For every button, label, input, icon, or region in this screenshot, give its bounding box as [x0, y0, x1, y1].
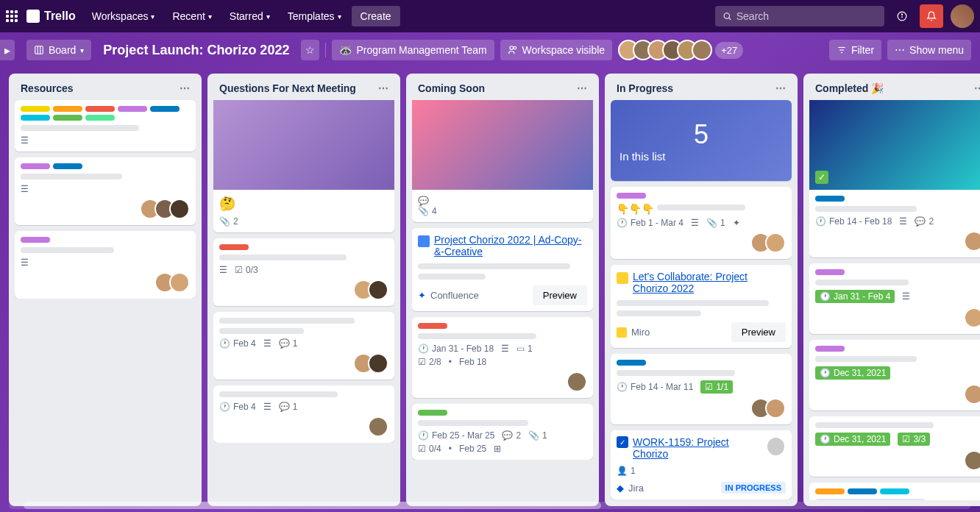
- trello-icon: ⊞: [494, 444, 501, 454]
- svg-point-4: [901, 14, 902, 15]
- card[interactable]: 🕐 Jan 31 - Feb 18☰▭ 1 ☑ 2/8•Feb 18: [412, 317, 593, 398]
- description-icon: ☰: [21, 257, 29, 268]
- card[interactable]: 🕐 Jan 31 - Feb 4☰: [809, 263, 980, 334]
- preview-button[interactable]: Preview: [533, 285, 587, 305]
- list-title[interactable]: Coming Soon: [418, 82, 485, 94]
- card-link-title[interactable]: Project Chorizo 2022 | Ad-Copy-&-Creativ…: [434, 234, 587, 257]
- boardbar: ▸ Board▾ Project Launch: Chorizo 2022 ☆ …: [0, 32, 980, 68]
- search-input[interactable]: [736, 10, 877, 22]
- nav-recent[interactable]: Recent▾: [165, 6, 219, 26]
- people-icon: [508, 45, 518, 55]
- card[interactable]: 🤔 📎 2: [213, 100, 394, 232]
- comments-badge: 💬 1: [279, 338, 298, 349]
- trello-icon: [26, 10, 40, 23]
- card-link-title[interactable]: WORK-1159: Project Chorizo: [633, 436, 761, 460]
- card[interactable]: Project Chorizo 2022 | Ad-Copy-&-Creativ…: [412, 228, 593, 311]
- card-cover: [213, 100, 394, 190]
- card[interactable]: 🕐 Feb 25 - Mar 25💬 2📎 1 ☑ 0/4•Feb 25⊞: [412, 404, 593, 460]
- card[interactable]: 🕐 Feb 4☰💬 1: [213, 385, 394, 443]
- svg-point-8: [510, 46, 514, 50]
- status-badge: IN PROGRESS: [721, 482, 786, 494]
- user-avatar[interactable]: [951, 4, 974, 28]
- attachment-badge: 📎 4: [418, 206, 437, 216]
- svg-rect-5: [35, 46, 43, 54]
- list-title[interactable]: Resources: [21, 82, 74, 94]
- card[interactable]: ☰: [15, 157, 196, 225]
- card[interactable]: 👇👇👇 🕐 Feb 1 - Mar 4☰📎 1✦: [611, 187, 792, 259]
- card[interactable]: ✓ WORK-1159: Project Chorizo 👤 1 ◆Jira I…: [611, 430, 792, 499]
- description-icon: ☰: [21, 135, 29, 146]
- trello-logo[interactable]: Trello: [26, 10, 76, 23]
- list-title[interactable]: Questions For Next Meeting: [219, 82, 356, 94]
- notifications-icon[interactable]: [920, 4, 943, 28]
- apps-switcher-icon[interactable]: [6, 10, 18, 22]
- nav-templates[interactable]: Templates▾: [280, 6, 349, 26]
- card[interactable]: 🕐 Dec 31, 2021: [809, 340, 980, 410]
- card-stats[interactable]: 5 In this list: [611, 100, 792, 181]
- list-title[interactable]: In Progress: [617, 82, 673, 94]
- list-resources: Resources⋯ ☰ ☰ ☰: [9, 74, 202, 506]
- date-badge: 🕐 Feb 4: [219, 338, 256, 349]
- card[interactable]: 💬 📎 4: [412, 100, 593, 222]
- horizontal-scrollbar[interactable]: [9, 502, 971, 509]
- list-menu-icon[interactable]: ⋯: [974, 82, 980, 94]
- svg-point-9: [514, 46, 516, 49]
- preview-button[interactable]: Preview: [731, 322, 786, 342]
- list-coming-soon: Coming Soon⋯ 💬 📎 4 Project Chorizo 2022 …: [406, 74, 599, 506]
- card-emoji: 👇👇👇: [617, 203, 654, 215]
- check-icon: ✓: [815, 171, 828, 184]
- board-canvas: Resources⋯ ☰ ☰ ☰ Questions For Next Me: [0, 68, 980, 512]
- list-menu-icon[interactable]: ⋯: [180, 82, 190, 94]
- stat-number: 5: [694, 119, 709, 150]
- svg-point-0: [724, 13, 729, 18]
- list-in-progress: In Progress⋯ 5 In this list 👇👇👇 🕐 Feb 1 …: [605, 74, 798, 506]
- info-icon[interactable]: [890, 4, 914, 28]
- board-icon: [34, 45, 44, 55]
- card[interactable]: 🕐 Feb 14 - Mar 11☑ 1/1: [611, 354, 792, 424]
- visibility-chip[interactable]: Workspace visible: [500, 40, 613, 60]
- card[interactable]: ✓ 🕐 Feb 14 - Feb 18☰💬 2: [809, 100, 980, 257]
- card-cover: ✓: [809, 100, 980, 190]
- list-questions: Questions For Next Meeting⋯ 🤔 📎 2 ☰☑ 0/3…: [207, 74, 400, 506]
- topbar: Trello Workspaces▾ Recent▾ Starred▾ Temp…: [0, 0, 980, 32]
- confluence-icon: ✦: [733, 218, 740, 228]
- show-menu-button[interactable]: ⋯ Show menu: [887, 40, 971, 60]
- card-link-title[interactable]: Let's Collaborate: Project Chorizo 2022: [633, 271, 786, 294]
- list-menu-icon[interactable]: ⋯: [577, 82, 587, 94]
- description-icon: ☰: [21, 184, 29, 194]
- svg-line-1: [729, 18, 731, 20]
- sidebar-expand-icon[interactable]: ▸: [0, 40, 15, 60]
- checklist-badge: ☑ 0/3: [235, 265, 258, 275]
- filter-button[interactable]: Filter: [829, 40, 881, 60]
- members-badge: 👤 1: [617, 466, 636, 476]
- nav-workspaces[interactable]: Workspaces▾: [85, 6, 163, 26]
- card[interactable]: 🕐 Dec 17, 2021💬 1☑ 3/3: [809, 483, 980, 500]
- card[interactable]: 🕐 Dec 31, 2021☑ 3/3: [809, 416, 980, 477]
- scrollbar-thumb[interactable]: [24, 502, 601, 509]
- filter-icon: [837, 45, 847, 55]
- card[interactable]: ☰: [15, 231, 196, 299]
- card-cover: 5 In this list: [611, 100, 792, 181]
- list-title[interactable]: Completed 🎉: [815, 82, 884, 94]
- nav-starred[interactable]: Starred▾: [222, 6, 277, 26]
- checkbox-icon: ✓: [617, 436, 628, 448]
- card[interactable]: ☰: [15, 100, 196, 152]
- create-button[interactable]: Create: [352, 6, 400, 26]
- more-members-count[interactable]: +27: [715, 42, 743, 59]
- board-members[interactable]: +27: [618, 40, 743, 60]
- team-chip[interactable]: 🦝Program Management Team: [332, 40, 494, 60]
- board-title[interactable]: Project Launch: Chorizo 2022: [103, 43, 289, 58]
- board-view-switcher[interactable]: Board▾: [26, 40, 91, 60]
- card[interactable]: Let's Collaborate: Project Chorizo 2022 …: [611, 265, 792, 348]
- card-cover: [412, 100, 593, 190]
- search-box[interactable]: [715, 6, 884, 26]
- miro-icon: [617, 272, 628, 284]
- attachment-icon: 📎 2: [219, 216, 238, 227]
- card[interactable]: ☰☑ 0/3: [213, 238, 394, 306]
- search-icon: [722, 11, 732, 21]
- list-menu-icon[interactable]: ⋯: [775, 82, 786, 94]
- list-menu-icon[interactable]: ⋯: [378, 82, 388, 94]
- card[interactable]: 🕐 Feb 4☰💬 1: [213, 312, 394, 380]
- star-button[interactable]: ☆: [301, 40, 319, 60]
- list-completed: Completed 🎉⋯ ✓ 🕐 Feb 14 - Feb 18☰💬 2 🕐 J…: [803, 74, 980, 506]
